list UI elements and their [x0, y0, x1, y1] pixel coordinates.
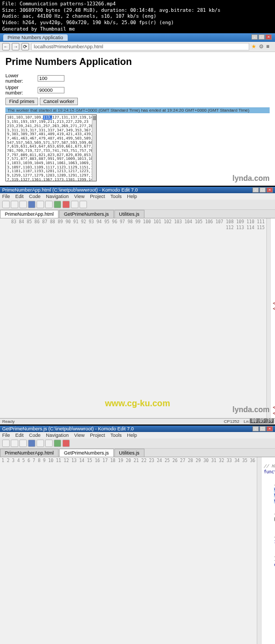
- menu-code[interactable]: Code: [29, 433, 41, 438]
- tool-paste-icon[interactable]: [45, 440, 53, 447]
- menu-file[interactable]: File: [2, 433, 10, 438]
- menu-file[interactable]: File: [2, 194, 10, 199]
- tool-run-icon[interactable]: [54, 440, 61, 447]
- scrollbar-thumb[interactable]: [93, 116, 96, 120]
- tool-cut-icon[interactable]: [28, 440, 35, 447]
- timecode: 00:05:39: [250, 419, 274, 423]
- menu-help[interactable]: Help: [127, 194, 137, 199]
- forward-button[interactable]: →: [12, 43, 19, 50]
- status-left: Ready: [2, 419, 15, 424]
- menu-view[interactable]: View: [74, 433, 84, 438]
- cancel-worker-button[interactable]: Cancel worker: [40, 98, 78, 105]
- tab-js2[interactable]: Utilities.js: [114, 449, 144, 457]
- ide2-title: GetPrimeNumbers.js (C:\inetpub\wwwroot) …: [2, 426, 134, 431]
- cg-watermark: www.cg-ku.com: [105, 399, 170, 408]
- tool-find-icon[interactable]: [79, 201, 87, 208]
- lower-label: Lower number:: [5, 73, 38, 84]
- menu-tools[interactable]: Tools: [110, 194, 121, 199]
- upper-input[interactable]: [38, 87, 64, 93]
- find-primes-button[interactable]: Find primes: [5, 98, 38, 105]
- tool-new-icon[interactable]: [2, 201, 10, 208]
- ide2-titlebar: GetPrimeNumbers.js (C:\inetpub\wwwroot) …: [0, 426, 275, 432]
- tab-html[interactable]: PrimeNumberApp.html: [0, 210, 59, 218]
- media-info-header: File: Communication patterns-123266.mp4 …: [0, 0, 275, 33]
- browser-toolbar: ← → ⟳ localhost/PrimeNumberApp.html ★ ⚙ …: [0, 42, 275, 52]
- tab-js2[interactable]: Utilities.js: [114, 210, 144, 218]
- ide1-title: PrimeNumberApp.html (C:\inetpub\wwwroot)…: [2, 187, 138, 193]
- menu-edit[interactable]: Edit: [16, 433, 24, 438]
- menu-icon[interactable]: ≡: [266, 43, 273, 50]
- code-content[interactable]: // Handles the message event, to perform…: [262, 457, 275, 644]
- ide1-menubar: File Edit Code Navigation View Project T…: [0, 193, 275, 200]
- result-textarea[interactable]: 101,103,107,109,113,127,131,137,139,149,…: [5, 114, 97, 181]
- close-button[interactable]: ×: [266, 187, 273, 193]
- close-button[interactable]: ×: [266, 426, 273, 431]
- maximize-button[interactable]: □: [258, 34, 265, 40]
- menu-edit[interactable]: Edit: [16, 194, 24, 199]
- result-text-rest: 3,191,193,197,199,211,213,227,229,23 233…: [7, 120, 97, 181]
- ide2-code[interactable]: 1 2 3 4 5 6 7 8 9 10 11 12 13 14 15 16 1…: [0, 457, 275, 644]
- lower-input[interactable]: [38, 75, 64, 82]
- status-message: The worker that started at 19:24:15 GMT+…: [5, 107, 270, 113]
- ide-window-1: PrimeNumberApp.html (C:\inetpub\wwwroot)…: [0, 186, 275, 424]
- close-button[interactable]: ×: [265, 34, 272, 40]
- upper-label: Upper number:: [5, 85, 38, 96]
- ide1-titlebar: PrimeNumberApp.html (C:\inetpub\wwwroot)…: [0, 187, 275, 193]
- minimize-button[interactable]: -: [251, 34, 258, 40]
- address-bar[interactable]: localhost/PrimeNumberApp.html: [31, 43, 249, 50]
- browser-tab[interactable]: Prime Numbers Applicatio: [3, 34, 68, 41]
- bookmark-icon[interactable]: ★: [251, 43, 258, 50]
- menu-help[interactable]: Help: [127, 433, 137, 438]
- menu-navigation[interactable]: Navigation: [46, 433, 69, 438]
- browser-window: Prime Numbers Applicatio - □ × ← → ⟳ loc…: [0, 33, 275, 186]
- minimize-button[interactable]: -: [252, 187, 259, 193]
- tab-js1[interactable]: GetPrimeNumbers.js: [59, 449, 114, 457]
- tool-run-icon[interactable]: [54, 201, 61, 208]
- tool-open-icon[interactable]: [11, 201, 18, 208]
- tab-html[interactable]: PrimeNumberApp.html: [0, 449, 59, 457]
- line-gutter: 83 84 85 86 87 88 89 90 91 92 93 94 95 9…: [0, 218, 267, 418]
- tool-save-icon[interactable]: [19, 201, 27, 208]
- ide1-toolbar: [0, 200, 275, 210]
- media-gen: Generated by Thumbnail me: [2, 26, 273, 33]
- line-gutter: 1 2 3 4 5 6 7 8 9 10 11 12 13 14 15 16 1…: [0, 457, 257, 644]
- tool-stop-icon[interactable]: [62, 440, 70, 447]
- menu-tools[interactable]: Tools: [110, 433, 121, 438]
- maximize-button[interactable]: □: [259, 187, 266, 193]
- maximize-button[interactable]: □: [259, 426, 266, 431]
- ide1-statusbar: Ready CP1252 Ln: 111 Col: 50: [0, 418, 275, 425]
- tool-open-icon[interactable]: [11, 440, 18, 447]
- tool-cut-icon[interactable]: [28, 201, 35, 208]
- settings-icon[interactable]: ⚙: [259, 43, 265, 50]
- tool-debug-icon[interactable]: [71, 201, 78, 208]
- minimize-button[interactable]: -: [252, 426, 259, 431]
- status-encoding: CP1252: [224, 419, 240, 424]
- ide2-toolbar: [0, 438, 275, 449]
- reload-button[interactable]: ⟳: [21, 43, 29, 50]
- code-content[interactable]: document.getElementById("findPrimesButto…: [271, 218, 275, 418]
- ide2-menubar: File Edit Code Navigation View Project T…: [0, 432, 275, 438]
- menu-project[interactable]: Project: [90, 194, 105, 199]
- tool-stop-icon[interactable]: [62, 201, 70, 208]
- lynda-watermark: lynda.com: [233, 405, 270, 414]
- ide1-tabs: PrimeNumberApp.html GetPrimeNumbers.js U…: [0, 210, 275, 218]
- scrollbar[interactable]: [92, 115, 96, 181]
- menu-view[interactable]: View: [74, 194, 84, 199]
- tool-save-icon[interactable]: [19, 440, 27, 447]
- media-file: File: Communication patterns-123266.mp4: [2, 1, 273, 8]
- tool-paste-icon[interactable]: [45, 201, 53, 208]
- back-button[interactable]: ←: [2, 43, 10, 50]
- tool-copy-icon[interactable]: [37, 440, 44, 447]
- menu-project[interactable]: Project: [90, 433, 105, 438]
- ide1-code[interactable]: 83 84 85 86 87 88 89 90 91 92 93 94 95 9…: [0, 218, 275, 418]
- page-content: Prime Numbers Application Lower number: …: [0, 52, 275, 186]
- ide2-tabs: PrimeNumberApp.html GetPrimeNumbers.js U…: [0, 449, 275, 457]
- tab-js1[interactable]: GetPrimeNumbers.js: [59, 210, 114, 218]
- tool-new-icon[interactable]: [2, 440, 10, 447]
- media-audio: Audio: aac, 44100 Hz, 2 channels, s16, 1…: [2, 13, 273, 20]
- menu-navigation[interactable]: Navigation: [46, 194, 69, 199]
- menu-code[interactable]: Code: [29, 194, 41, 199]
- ide-window-2: GetPrimeNumbers.js (C:\inetpub\wwwroot) …: [0, 425, 275, 644]
- tool-copy-icon[interactable]: [37, 201, 44, 208]
- browser-titlebar: Prime Numbers Applicatio - □ ×: [0, 33, 275, 42]
